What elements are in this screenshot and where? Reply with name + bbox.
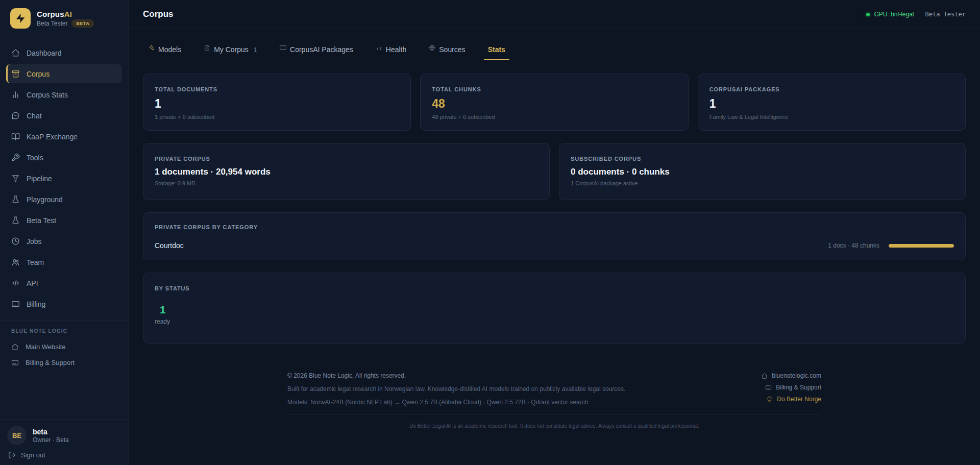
footer-copyright: © 2026 Blue Note Logic. All rights reser…: [287, 372, 625, 379]
category-name: Courtdoc: [155, 241, 828, 250]
footer-description: Built for academic legal research in Nor…: [287, 385, 625, 393]
footer: © 2026 Blue Note Logic. All rights reser…: [287, 372, 821, 438]
brand-name: CorpusAI: [37, 10, 94, 18]
sidebar-item-label: Team: [27, 258, 44, 266]
private-corpus-card: PRIVATE CORPUS 1 documents · 20,954 word…: [143, 143, 550, 200]
org-links-section: BLUE NOTE LOGIC Main Website Billing & S…: [0, 321, 128, 376]
category-bar-fill: [889, 244, 954, 248]
tab-sources[interactable]: Sources: [428, 41, 466, 60]
footer-link-do-better-norge[interactable]: Do Better Norge: [761, 396, 821, 403]
sidebar: CorpusAI Beta Tester BETA Dashboard Corp…: [0, 0, 129, 465]
tab-corpusai-packages[interactable]: CorpusAI Packages: [279, 41, 354, 60]
tab-count-badge: 1: [254, 46, 257, 54]
brand-name-accent: AI: [64, 10, 72, 18]
user-role: Owner · Beta: [33, 436, 69, 444]
user-profile[interactable]: BE beta Owner · Beta: [7, 426, 121, 445]
card-subtext: Family Law & Legal Intelligence: [709, 114, 954, 120]
total-chunks-card: TOTAL CHUNKS 48 48 private + 0 subscribe…: [420, 74, 688, 131]
footer-link-billing-support[interactable]: Billing & Support: [761, 384, 821, 391]
card-label: TOTAL CHUNKS: [432, 86, 676, 92]
brand-subtitle: Beta Tester: [37, 20, 67, 27]
sidebar-item-kaap-exchange[interactable]: KaaP Exchange: [6, 127, 122, 146]
sidebar-item-dashboard[interactable]: Dashboard: [6, 43, 122, 62]
tab-bar: Models My Corpus 1 CorpusAI Packages Hea…: [143, 39, 966, 60]
sidebar-item-label: Dashboard: [27, 49, 62, 57]
sidebar-item-playground[interactable]: Playground: [6, 190, 122, 209]
sidebar-link-main-website[interactable]: Main Website: [6, 339, 122, 355]
tab-my-corpus[interactable]: My Corpus 1: [203, 41, 258, 60]
lightbulb-icon: [766, 396, 773, 403]
card-label: SUBSCRIBED CORPUS: [571, 156, 954, 162]
card-subtext: 48 private + 0 subscribed: [432, 114, 676, 120]
sidebar-item-team[interactable]: Team: [6, 253, 122, 272]
sidebar-item-jobs[interactable]: Jobs: [6, 232, 122, 251]
sign-out-button[interactable]: Sign out: [7, 445, 121, 460]
sidebar-item-api[interactable]: API: [6, 274, 122, 292]
code-icon: [11, 279, 20, 287]
chat-icon: [11, 111, 20, 120]
funnel-icon: [11, 174, 20, 183]
sidebar-item-beta-test[interactable]: Beta Test: [6, 211, 122, 230]
card-subtext: 1 CorpusAI package active: [571, 180, 954, 186]
file-icon: [204, 44, 210, 51]
credit-card-icon: [11, 300, 20, 308]
footer-link-label: Do Better Norge: [777, 396, 821, 403]
tab-models[interactable]: Models: [147, 41, 182, 60]
top-header: Corpus GPU: bnl-legal Beta Tester: [129, 0, 980, 29]
sidebar-item-corpus-stats[interactable]: Corpus Stats: [6, 85, 122, 104]
brand-block[interactable]: CorpusAI Beta Tester BETA: [0, 0, 128, 36]
header-user-label: Beta Tester: [925, 11, 966, 18]
org-section-label: BLUE NOTE LOGIC: [6, 328, 122, 339]
tab-label: Stats: [488, 45, 505, 54]
gpu-status-label: GPU: bnl-legal: [874, 11, 914, 18]
sidebar-link-label: Billing & Support: [26, 359, 75, 366]
sidebar-item-label: API: [27, 279, 38, 287]
sidebar-item-corpus[interactable]: Corpus: [6, 64, 122, 83]
sidebar-item-label: Corpus Stats: [27, 91, 68, 99]
sidebar-item-label: Corpus: [27, 70, 50, 78]
sparkles-icon: [148, 44, 155, 51]
private-corpus-value: 1 documents · 20,954 words: [155, 167, 538, 177]
card-label: PRIVATE CORPUS: [155, 156, 538, 162]
total-documents-value: 1: [155, 97, 399, 111]
avatar: BE: [7, 426, 27, 445]
gpu-status: GPU: bnl-legal: [866, 11, 914, 18]
home-icon: [11, 48, 20, 57]
content: Models My Corpus 1 CorpusAI Packages Hea…: [129, 29, 980, 465]
lightning-icon: [10, 8, 31, 29]
footer-link-label: bluenotelogic.com: [772, 372, 821, 379]
sidebar-item-chat[interactable]: Chat: [6, 106, 122, 125]
corpusai-packages-card: CORPUSAI PACKAGES 1 Family Law & Legal I…: [698, 74, 966, 131]
book-open-icon: [11, 132, 20, 141]
sidebar-item-label: Billing: [27, 300, 45, 308]
sidebar-link-billing-support[interactable]: Billing & Support: [6, 355, 122, 371]
bar-chart-icon: [376, 44, 382, 51]
footer-disclaimer: Do Better Legal AI is an academic resear…: [287, 415, 821, 438]
sidebar-item-label: Tools: [27, 154, 43, 162]
card-subtext: 1 private + 0 subscribed: [155, 114, 399, 120]
sidebar-item-tools[interactable]: Tools: [6, 148, 122, 167]
beta-badge: BETA: [71, 19, 94, 28]
sidebar-item-label: Jobs: [27, 237, 42, 246]
card-label: TOTAL DOCUMENTS: [155, 86, 399, 92]
clock-icon: [11, 237, 20, 246]
user-block: BE beta Owner · Beta Sign out: [0, 419, 128, 465]
tab-label: Sources: [439, 45, 465, 54]
tab-label: Models: [158, 45, 181, 54]
sidebar-item-pipeline[interactable]: Pipeline: [6, 169, 122, 188]
status-card: BY STATUS 1 ready: [143, 273, 966, 344]
corpus-cards-row: PRIVATE CORPUS 1 documents · 20,954 word…: [143, 143, 966, 200]
wrench-icon: [11, 153, 20, 162]
archive-icon: [11, 69, 20, 78]
log-out-icon: [8, 451, 16, 459]
status-ready-label: ready: [155, 318, 954, 325]
sidebar-item-label: KaaP Exchange: [27, 133, 78, 141]
sidebar-item-billing[interactable]: Billing: [6, 295, 122, 313]
category-meta: 1 docs · 48 chunks: [828, 242, 879, 249]
footer-link-website[interactable]: bluenotelogic.com: [761, 372, 821, 379]
tab-stats[interactable]: Stats: [487, 41, 506, 60]
tab-health[interactable]: Health: [375, 41, 407, 60]
page-title: Corpus: [143, 9, 174, 19]
footer-link-label: Billing & Support: [776, 384, 821, 391]
home-icon: [761, 373, 768, 379]
